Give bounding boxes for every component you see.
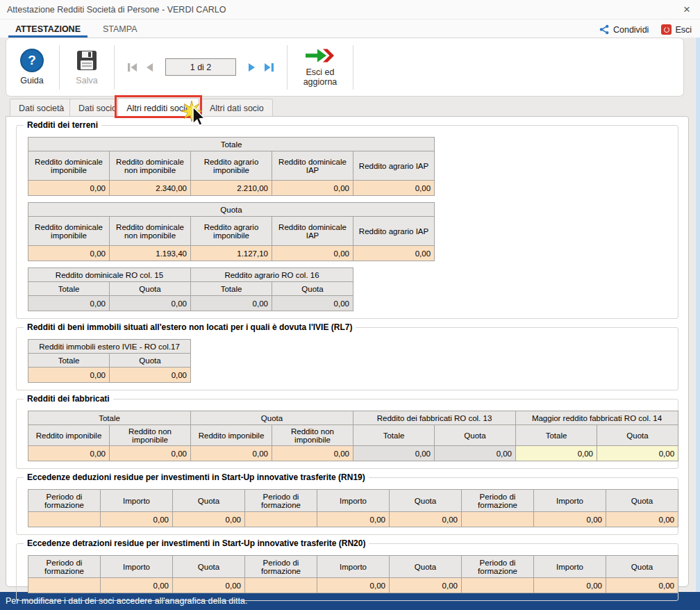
group-title: Eccedenze deduzioni residue per investim…: [24, 472, 369, 482]
column-header: Reddito agrario IAP: [353, 151, 435, 181]
tab-dati-societa[interactable]: Dati società: [10, 99, 73, 117]
value-field[interactable]: 0,00: [390, 578, 462, 593]
ribbon-row: ATTESTAZIONE STAMPA Condividi Esci: [0, 19, 700, 38]
value-field[interactable]: 1.193,40: [110, 246, 191, 261]
title-bar: Attestazione Redditi Società di Persone …: [0, 0, 700, 19]
rn20-table: Periodo di formazione Importo Quota Peri…: [28, 555, 678, 593]
close-icon[interactable]: ×: [681, 3, 693, 15]
nav-first-button[interactable]: [126, 61, 139, 74]
value-field[interactable]: 0,00: [28, 246, 110, 261]
page-indicator[interactable]: 1 di 2: [165, 58, 236, 76]
column-header: Quota: [272, 282, 353, 296]
value-field[interactable]: 0,00: [101, 512, 173, 527]
value-field[interactable]: 0,00: [606, 578, 678, 593]
salva-button[interactable]: Salva: [65, 46, 108, 88]
value-field[interactable]: 0,00: [516, 446, 597, 461]
value-field[interactable]: 0,00: [353, 246, 435, 261]
tab-stampa-label: STAMPA: [103, 24, 138, 34]
guida-button[interactable]: ? Guida: [10, 46, 53, 88]
value-field[interactable]: 0,00: [101, 578, 173, 593]
column-header: Periodo di formazione: [245, 556, 317, 578]
value-field[interactable]: 0,00: [390, 512, 462, 527]
value-field[interactable]: 0,00: [317, 578, 390, 593]
value-field[interactable]: 0,00: [606, 512, 678, 527]
value-field[interactable]: 0,00: [534, 578, 606, 593]
help-icon: ?: [20, 49, 44, 72]
group-ivie: Redditi di beni immobili situati all'est…: [16, 327, 678, 390]
value-field[interactable]: 2.210,00: [191, 181, 272, 196]
value-field[interactable]: 0,00: [28, 446, 110, 461]
value-field[interactable]: 2.340,00: [110, 181, 191, 196]
tab-altri-redditi-socio[interactable]: Altri redditi socio: [117, 98, 199, 117]
column-group-header: Totale: [28, 411, 191, 425]
column-header: Reddito agrario IAP: [353, 217, 435, 246]
value-field-disabled: 0,00: [435, 446, 516, 461]
column-header: Quota: [606, 556, 678, 578]
page-tabs: Dati società Dati socio Altri redditi so…: [6, 98, 689, 117]
tab-dati-societa-label: Dati società: [19, 104, 64, 113]
tab-dati-socio-label: Dati socio: [78, 104, 117, 113]
window-title: Attestazione Redditi Società di Persone …: [7, 5, 681, 15]
column-header: Reddito dominicale imponibile: [28, 151, 110, 181]
esci-aggiorna-button[interactable]: Esci ed aggiorna: [293, 44, 347, 90]
value-field-disabled: 0,00: [353, 446, 435, 461]
column-header: Periodo di formazione: [28, 556, 101, 578]
nav-last-button[interactable]: [262, 61, 276, 74]
value-field[interactable]: 0,00: [353, 181, 435, 196]
toolbar-separator: [353, 45, 353, 90]
column-header: Periodo di formazione: [28, 490, 101, 512]
column-header: Reddito non imponibile: [110, 425, 191, 446]
value-field[interactable]: 0,00: [272, 181, 353, 196]
value-field[interactable]: 0,00: [597, 446, 678, 461]
value-field[interactable]: 0,00: [272, 246, 353, 261]
column-header: Reddito imponibile: [191, 425, 272, 446]
column-header: Totale: [516, 425, 597, 446]
value-field[interactable]: 0,00: [173, 512, 245, 527]
tab-altri-dati-socio[interactable]: Altri dati socio: [201, 99, 273, 117]
column-header: Quota: [435, 425, 516, 446]
tab-stampa[interactable]: STAMPA: [96, 22, 144, 38]
toolbar: ? Guida Salva 1 di 2: [6, 38, 684, 97]
guida-label: Guida: [20, 76, 43, 85]
terreni-totale-table: Totale Reddito dominicale imponibile Red…: [28, 137, 435, 196]
value-field[interactable]: [245, 578, 317, 593]
value-field[interactable]: 0,00: [317, 512, 390, 527]
value-field[interactable]: 0,00: [28, 181, 110, 196]
value-field[interactable]: 0,00: [191, 446, 272, 461]
value-field[interactable]: [245, 512, 317, 527]
value-field[interactable]: 0,00: [173, 578, 245, 593]
value-field[interactable]: 0,00: [110, 368, 191, 383]
column-header: Importo: [101, 556, 173, 578]
terreni-ro-table: Reddito dominicale RO col. 15 Reddito ag…: [28, 267, 353, 311]
column-header: Totale: [28, 354, 110, 368]
value-field[interactable]: 1.127,10: [191, 246, 272, 261]
tab-attestazione-label: ATTESTAZIONE: [15, 24, 81, 34]
column-header: Importo: [534, 556, 606, 578]
column-group-header: Reddito agrario RO col. 16: [191, 268, 353, 282]
nav-previous-button[interactable]: [144, 61, 155, 74]
column-group-header: Reddito dominicale RO col. 15: [28, 268, 191, 282]
tab-altri-redditi-socio-label: Altri redditi socio: [126, 104, 190, 113]
value-field[interactable]: 0,00: [534, 512, 606, 527]
value-field[interactable]: [462, 578, 534, 593]
column-header: Totale: [28, 282, 110, 296]
condividi-button[interactable]: Condividi: [599, 24, 649, 35]
column-group-header: Redditi immobili estero IVIE - RO col.17: [28, 340, 191, 354]
column-header: Reddito agrario imponibile: [191, 217, 272, 246]
column-header: Quota: [390, 556, 462, 578]
value-field[interactable]: 0,00: [110, 446, 191, 461]
tab-altri-dati-socio-label: Altri dati socio: [210, 104, 264, 113]
group-fabbricati: Redditi dei fabbricati Totale Quota Redd…: [16, 399, 678, 469]
tab-attestazione[interactable]: ATTESTAZIONE: [8, 22, 88, 38]
esci-button[interactable]: Esci: [661, 24, 692, 35]
table-span-header: Totale: [28, 138, 435, 151]
value-field[interactable]: [462, 512, 534, 527]
nav-next-button[interactable]: [247, 61, 258, 74]
value-field[interactable]: [28, 512, 101, 527]
value-field[interactable]: 0,00: [272, 446, 353, 461]
value-field-disabled: 0,00: [272, 296, 353, 311]
value-field[interactable]: 0,00: [28, 368, 110, 383]
value-field[interactable]: [28, 578, 101, 593]
group-redditi-terreni: Redditi dei terreni Totale Reddito domin…: [16, 125, 678, 319]
column-header: Importo: [534, 490, 606, 512]
